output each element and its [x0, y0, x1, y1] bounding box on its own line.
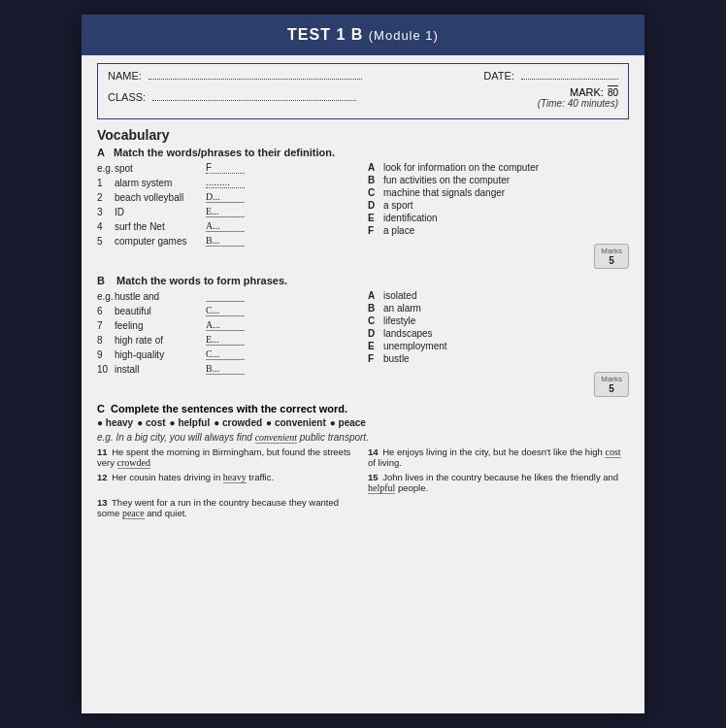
sentence-11: 11 He spent the morning in Birmingham, b… — [97, 447, 358, 468]
def-f: F a place — [368, 225, 629, 236]
part-a-content: e.g. spot F 1 alarm system ......... 2 b… — [97, 162, 629, 269]
def-c: C machine that signals danger — [368, 187, 629, 198]
part-a-header: A Match the words/phrases to their defin… — [97, 147, 629, 158]
def-b: B fun activities on the computer — [368, 175, 629, 185]
class-row: CLASS: MARK: 80 (Time: 40 minutes) — [108, 85, 618, 109]
content-area: NAME: DATE: CLASS: MARK: 80 — [82, 55, 644, 713]
def-b-d: D landscapes — [368, 328, 629, 339]
part-b-marks: Marks 5 — [594, 372, 629, 397]
date-field: DATE: — [427, 70, 618, 82]
part-b-content: e.g. hustle and 6 beautiful C... 7 feeli… — [97, 290, 629, 397]
vocab-7: 7 feeling A... — [97, 319, 358, 331]
vocab-10: 10 install B... — [97, 363, 358, 375]
part-a: A Match the words/phrases to their defin… — [97, 147, 629, 269]
sentence-14: 14 He enjoys living in the city, but he … — [368, 447, 629, 468]
vocab-5: 5 computer games B... — [97, 235, 358, 247]
test-title: TEST 1 B (Module 1) — [287, 26, 439, 44]
vocab-eg-b: e.g. hustle and — [97, 290, 358, 302]
sentences-grid: 11 He spent the morning in Birmingham, b… — [97, 447, 629, 518]
mark-field: MARK: 80 — [427, 85, 618, 98]
def-d: D a sport — [368, 200, 629, 211]
vocab-1: 1 alarm system ......... — [97, 177, 358, 188]
vocab-4: 4 surf the Net A... — [97, 220, 358, 232]
vocab-6: 6 beautiful C... — [97, 305, 358, 316]
part-b-right: A isolated B an alarm C lifestyle D land… — [368, 290, 629, 397]
def-e: E identification — [368, 213, 629, 223]
vocab-3: 3 ID E... — [97, 206, 358, 217]
def-b-c: C lifestyle — [368, 315, 629, 326]
part-c-header: C Complete the sentences with the correc… — [97, 403, 629, 414]
part-a-left: e.g. spot F 1 alarm system ......... 2 b… — [97, 162, 358, 269]
def-b-e: E unemployment — [368, 341, 629, 351]
class-field: CLASS: — [108, 91, 427, 103]
vocab-8: 8 high rate of E... — [97, 334, 358, 346]
section-vocabulary: Vocabulary — [97, 127, 629, 143]
def-a: A look for information on the computer — [368, 162, 629, 173]
word-bank: ● heavy ● cost ● helpful ● crowded ● con… — [97, 417, 629, 428]
header-box: NAME: DATE: CLASS: MARK: 80 — [97, 63, 629, 119]
part-b-header: B Match the words to form phrases. — [97, 275, 629, 286]
vocab-9: 9 high-quality C... — [97, 348, 358, 360]
sentence-13: 13 They went for a run in the country be… — [97, 497, 358, 518]
title-bar: TEST 1 B (Module 1) — [82, 15, 644, 55]
part-a-marks: Marks 5 — [594, 244, 629, 269]
vocab-2: 2 beach volleyball D... — [97, 191, 358, 203]
part-c-eg: e.g. In a big city, you will always find… — [97, 432, 629, 443]
vocab-eg: e.g. spot F — [97, 162, 358, 174]
part-a-right: A look for information on the computer B… — [368, 162, 629, 269]
time-label: (Time: 40 minutes) — [427, 98, 618, 109]
part-c: C Complete the sentences with the correc… — [97, 403, 629, 518]
sentence-15: 15 John lives in the country because he … — [368, 472, 629, 493]
def-b-b: B an alarm — [368, 303, 629, 314]
name-row: NAME: DATE: — [108, 70, 618, 82]
page: TEST 1 B (Module 1) NAME: DATE: CLASS: — [82, 15, 644, 713]
part-b-left: e.g. hustle and 6 beautiful C... 7 feeli… — [97, 290, 358, 397]
sentence-12: 12 Her cousin hates driving in heavy tra… — [97, 472, 358, 493]
def-b-a: A isolated — [368, 290, 629, 301]
def-b-f: F bustle — [368, 353, 629, 364]
part-b: B Match the words to form phrases. e.g. … — [97, 275, 629, 397]
name-field: NAME: — [108, 70, 427, 82]
